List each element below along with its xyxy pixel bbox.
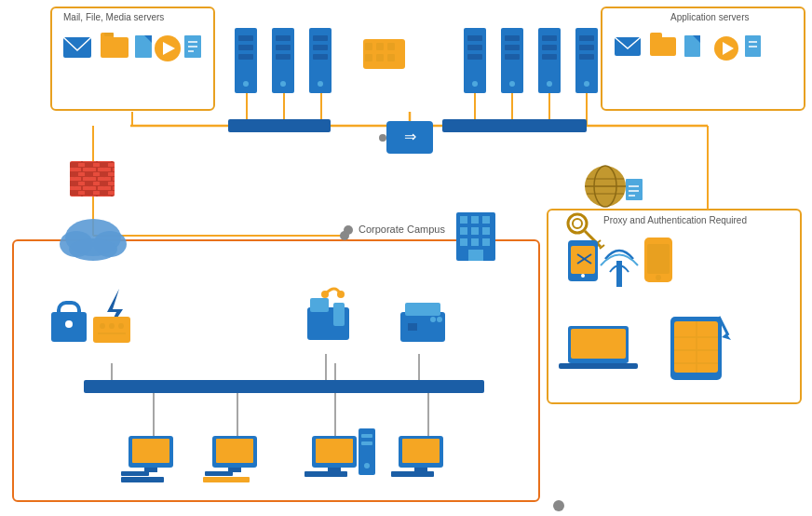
mail-servers-region — [51, 7, 214, 110]
svg-rect-170 — [559, 363, 638, 369]
app-servers-label: Application servers — [670, 12, 749, 22]
svg-point-190 — [553, 500, 564, 511]
svg-rect-70 — [467, 45, 482, 50]
svg-rect-119 — [405, 303, 440, 316]
main-diagram-svg: Mail, File, Media servers Application se… — [0, 0, 812, 516]
svg-rect-189 — [468, 250, 483, 261]
svg-point-107 — [65, 320, 73, 328]
svg-rect-59 — [313, 54, 328, 60]
svg-rect-75 — [505, 45, 520, 50]
svg-point-60 — [318, 81, 323, 87]
svg-rect-186 — [460, 238, 467, 246]
svg-rect-166 — [647, 244, 670, 274]
svg-rect-108 — [93, 317, 130, 343]
mail-servers-label: Mail, File, Media servers — [63, 12, 164, 22]
svg-rect-126 — [121, 471, 149, 476]
svg-rect-71 — [467, 54, 482, 60]
corporate-campus-label: Corporate Campus — [359, 224, 445, 235]
svg-rect-48 — [238, 45, 253, 50]
svg-rect-85 — [579, 45, 594, 50]
svg-rect-90 — [650, 33, 662, 40]
svg-point-109 — [100, 323, 105, 329]
svg-rect-185 — [482, 227, 490, 235]
svg-point-110 — [109, 323, 115, 329]
svg-rect-57 — [313, 35, 328, 41]
svg-rect-115 — [333, 303, 345, 326]
svg-rect-33 — [84, 380, 484, 393]
svg-point-72 — [472, 81, 478, 87]
svg-rect-131 — [205, 471, 233, 476]
svg-rect-69 — [467, 35, 482, 41]
svg-rect-66 — [376, 54, 384, 61]
svg-point-151 — [573, 219, 582, 228]
svg-rect-47 — [238, 35, 253, 41]
svg-point-116 — [321, 291, 329, 298]
svg-point-77 — [509, 81, 515, 87]
svg-rect-35 — [101, 37, 129, 58]
svg-point-139 — [364, 463, 370, 468]
svg-rect-79 — [542, 35, 557, 41]
svg-rect-54 — [276, 54, 291, 60]
svg-marker-178 — [722, 333, 731, 340]
app-servers-region — [602, 7, 805, 110]
svg-rect-120 — [408, 323, 417, 331]
svg-point-102 — [69, 238, 117, 261]
svg-point-111 — [118, 323, 124, 329]
corporate-campus-region — [13, 240, 539, 501]
svg-point-82 — [547, 81, 552, 87]
svg-rect-65 — [365, 54, 372, 61]
svg-rect-58 — [313, 45, 328, 50]
svg-rect-134 — [316, 439, 353, 463]
svg-rect-169 — [571, 329, 626, 359]
svg-point-163 — [581, 274, 585, 278]
svg-point-122 — [437, 317, 442, 322]
proxy-auth-label: Proxy and Authentication Required — [603, 215, 747, 225]
svg-point-117 — [337, 291, 345, 298]
svg-rect-76 — [505, 54, 520, 60]
svg-point-87 — [584, 81, 589, 87]
svg-point-150 — [568, 214, 587, 233]
svg-rect-183 — [460, 227, 467, 235]
svg-rect-132 — [203, 477, 250, 482]
svg-rect-127 — [121, 477, 164, 482]
svg-rect-37 — [104, 33, 114, 36]
svg-rect-124 — [132, 439, 169, 463]
svg-rect-98 — [70, 161, 115, 197]
svg-text:⇒: ⇒ — [404, 129, 416, 144]
svg-rect-140 — [304, 471, 347, 477]
svg-rect-137 — [361, 434, 372, 438]
svg-rect-74 — [505, 35, 520, 41]
svg-rect-84 — [579, 35, 594, 41]
svg-rect-181 — [471, 216, 479, 224]
svg-rect-114 — [310, 298, 329, 312]
svg-rect-118 — [400, 312, 445, 342]
svg-rect-155 — [626, 179, 643, 200]
network-diagram: Mail, File, Media servers Application se… — [0, 0, 812, 516]
svg-rect-32 — [442, 119, 587, 132]
svg-point-103 — [344, 225, 353, 235]
svg-rect-182 — [482, 216, 490, 224]
svg-rect-81 — [542, 54, 557, 60]
svg-point-50 — [243, 81, 249, 87]
svg-rect-62 — [365, 43, 372, 50]
svg-rect-67 — [387, 54, 395, 61]
svg-rect-53 — [276, 45, 291, 50]
svg-point-167 — [656, 275, 661, 280]
svg-rect-63 — [376, 43, 384, 50]
svg-rect-52 — [276, 35, 291, 41]
svg-point-30 — [379, 134, 386, 142]
svg-point-121 — [430, 317, 436, 322]
svg-rect-142 — [402, 439, 440, 463]
svg-rect-138 — [361, 441, 372, 445]
svg-rect-180 — [460, 216, 467, 224]
svg-rect-80 — [542, 45, 557, 50]
svg-rect-184 — [471, 227, 479, 235]
svg-rect-31 — [228, 119, 331, 132]
svg-rect-129 — [216, 439, 253, 463]
svg-rect-187 — [471, 238, 479, 246]
svg-rect-64 — [387, 43, 395, 50]
svg-rect-49 — [238, 54, 253, 60]
svg-rect-188 — [482, 238, 490, 246]
svg-point-55 — [280, 81, 286, 87]
svg-rect-86 — [579, 54, 594, 60]
